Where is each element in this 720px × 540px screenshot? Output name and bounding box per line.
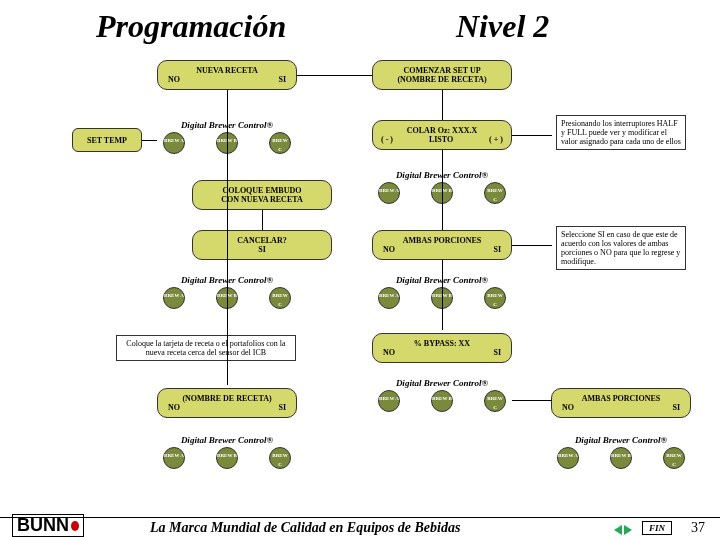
- l1: COMENZAR SET UP: [375, 66, 509, 75]
- fin-button[interactable]: FIN: [642, 521, 672, 535]
- lbl: AMBAS PORCIONES: [554, 394, 688, 403]
- opt-si[interactable]: SI: [195, 245, 329, 254]
- opt-no[interactable]: NO: [383, 348, 395, 357]
- brew-a-button[interactable]: BREW A: [557, 447, 579, 469]
- lbl: NUEVA RECETA: [160, 66, 294, 75]
- lbl: CANCELAR?: [195, 236, 329, 245]
- title-left: Programación: [96, 8, 286, 45]
- brew-a-button[interactable]: BREW A: [378, 182, 400, 204]
- dbc-label: Digital Brewer Control®: [372, 378, 512, 388]
- brew-b-button[interactable]: BREW B: [216, 447, 238, 469]
- brew-a-button[interactable]: BREW A: [163, 447, 185, 469]
- brew-c-button[interactable]: BREW C: [269, 287, 291, 309]
- box-ambas-2: AMBAS PORCIONES NO SI: [551, 388, 691, 418]
- opt-no[interactable]: NO: [168, 403, 180, 412]
- flow-line: [442, 150, 443, 230]
- opt-no[interactable]: NO: [562, 403, 574, 412]
- flow-line: [142, 140, 157, 141]
- box-colar: COLAR Oz: XXX.X ( - ) LISTO ( + ): [372, 120, 512, 150]
- prev-icon[interactable]: [614, 525, 622, 535]
- box-nueva-receta: NUEVA RECETA NO SI: [157, 60, 297, 90]
- flow-line: [512, 400, 552, 401]
- box-bypass: % BYPASS: XX NO SI: [372, 333, 512, 363]
- footer-tagline: La Marca Mundial de Calidad en Equipos d…: [150, 520, 460, 536]
- box-comenzar: COMENZAR SET UP (NOMBRE DE RECETA): [372, 60, 512, 90]
- note-tarjeta: Coloque la tarjeta de receta o el portaf…: [116, 335, 296, 361]
- lbl: AMBAS PORCIONES: [375, 236, 509, 245]
- opt-no[interactable]: NO: [383, 245, 395, 254]
- brew-c-button[interactable]: BREW C: [663, 447, 685, 469]
- dbc-label: Digital Brewer Control®: [551, 435, 691, 445]
- flow-line: [227, 90, 228, 385]
- brew-c-button[interactable]: BREW C: [269, 447, 291, 469]
- brew-c-button[interactable]: BREW C: [484, 390, 506, 412]
- lbl: SET TEMP: [87, 136, 127, 145]
- note-half-full: Presionando los interruptores HALF y FUL…: [556, 115, 686, 150]
- flow-line: [512, 245, 552, 246]
- l2: CON NUEVA RECETA: [195, 195, 329, 204]
- lbl: COLAR Oz: XXX.X: [375, 126, 509, 135]
- dbc-7: Digital Brewer Control® BREW A BREW B BR…: [551, 435, 691, 469]
- plus[interactable]: ( + ): [489, 135, 503, 144]
- brew-a-button[interactable]: BREW A: [378, 390, 400, 412]
- brew-a-button[interactable]: BREW A: [163, 132, 185, 154]
- flow-line: [442, 90, 443, 120]
- lbl: % BYPASS: XX: [375, 339, 509, 348]
- note-ambas: Seleccione SI en caso de que este de acu…: [556, 226, 686, 270]
- brand-logo: BUNN: [12, 514, 84, 537]
- footer-divider: [0, 517, 720, 518]
- opt-si[interactable]: SI: [672, 403, 680, 412]
- listo[interactable]: LISTO: [429, 135, 453, 144]
- l2: (NOMBRE DE RECETA): [375, 75, 509, 84]
- box-nombre-receta: (NOMBRE DE RECETA) NO SI: [157, 388, 297, 418]
- brew-c-button[interactable]: BREW C: [269, 132, 291, 154]
- dbc-label: Digital Brewer Control®: [157, 435, 297, 445]
- flow-line: [297, 75, 372, 76]
- opt-si[interactable]: SI: [493, 348, 501, 357]
- lbl: (NOMBRE DE RECETA): [160, 394, 294, 403]
- brew-c-button[interactable]: BREW C: [484, 287, 506, 309]
- flow-line: [512, 135, 552, 136]
- box-set-temp[interactable]: SET TEMP: [72, 128, 142, 152]
- brew-b-button[interactable]: BREW B: [610, 447, 632, 469]
- nav-arrows[interactable]: [614, 525, 632, 535]
- opt-si[interactable]: SI: [493, 245, 501, 254]
- brew-a-button[interactable]: BREW A: [163, 287, 185, 309]
- box-ambas-1: AMBAS PORCIONES NO SI: [372, 230, 512, 260]
- brew-a-button[interactable]: BREW A: [378, 287, 400, 309]
- opt-si[interactable]: SI: [278, 75, 286, 84]
- title-right: Nivel 2: [456, 8, 549, 45]
- page-number: 37: [691, 520, 705, 536]
- opt-si[interactable]: SI: [278, 403, 286, 412]
- l1: COLOQUE EMBUDO: [195, 186, 329, 195]
- next-icon[interactable]: [624, 525, 632, 535]
- box-coloque: COLOQUE EMBUDO CON NUEVA RECETA: [192, 180, 332, 210]
- dbc-5: Digital Brewer Control® BREW A BREW B BR…: [372, 378, 512, 412]
- box-cancelar: CANCELAR? SI: [192, 230, 332, 260]
- minus[interactable]: ( - ): [381, 135, 393, 144]
- flow-line: [262, 210, 263, 230]
- brew-c-button[interactable]: BREW C: [484, 182, 506, 204]
- flow-line: [442, 260, 443, 330]
- opt-no[interactable]: NO: [168, 75, 180, 84]
- dbc-6: Digital Brewer Control® BREW A BREW B BR…: [157, 435, 297, 469]
- brew-b-button[interactable]: BREW B: [431, 390, 453, 412]
